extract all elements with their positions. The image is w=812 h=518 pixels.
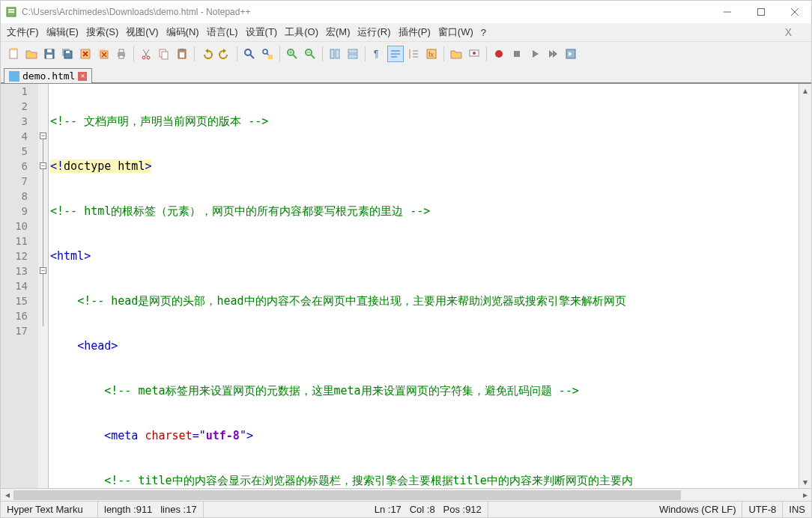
status-language: Hyper Text Marku: [1, 502, 98, 517]
cut-icon[interactable]: [138, 46, 154, 62]
toggle-indent-icon[interactable]: [405, 46, 422, 62]
sync-h-icon[interactable]: [345, 46, 361, 62]
redo-icon[interactable]: [216, 46, 233, 62]
svg-line-41: [293, 55, 297, 58]
new-file-icon[interactable]: [5, 46, 22, 62]
close-tab-icon[interactable]: ✕: [78, 72, 87, 81]
close-doc-button[interactable]: X: [779, 26, 798, 38]
fold-toggle-icon[interactable]: −: [40, 267, 46, 274]
save-icon[interactable]: [41, 46, 58, 62]
svg-rect-37: [268, 55, 273, 59]
vertical-scrollbar[interactable]: ▴ ▾: [799, 84, 811, 488]
menu-plugins[interactable]: 插件(P): [399, 25, 431, 39]
scroll-down-icon[interactable]: ▾: [799, 475, 811, 488]
file-icon: [9, 71, 19, 82]
menu-bar: 文件(F) 编辑(E) 搜索(S) 视图(V) 编码(N) 语言(L) 设置(T…: [1, 23, 811, 41]
menu-search[interactable]: 搜索(S): [86, 25, 118, 39]
fold-column: − − −: [38, 84, 49, 488]
record-icon[interactable]: [491, 46, 507, 62]
menu-run[interactable]: 运行(R): [357, 25, 390, 39]
menu-encoding[interactable]: 编码(N): [166, 25, 199, 39]
status-encoding[interactable]: UTF-8: [742, 502, 783, 517]
svg-rect-46: [336, 49, 339, 58]
svg-rect-22: [119, 49, 124, 52]
status-mode[interactable]: INS: [783, 502, 811, 517]
svg-rect-2: [8, 11, 14, 13]
svg-point-61: [495, 50, 503, 58]
scroll-right-icon[interactable]: ▸: [799, 489, 811, 502]
svg-rect-23: [119, 55, 124, 58]
copy-icon[interactable]: [156, 46, 172, 62]
toolbar: ¶ fx: [1, 41, 811, 65]
sync-v-icon[interactable]: [327, 46, 343, 62]
close-button[interactable]: [778, 1, 811, 23]
menu-window[interactable]: 窗口(W): [438, 25, 473, 39]
svg-rect-10: [46, 55, 52, 58]
svg-rect-47: [348, 49, 357, 53]
menu-view[interactable]: 视图(V): [126, 25, 158, 39]
toggle-wrap-icon[interactable]: [387, 46, 404, 62]
code-area[interactable]: <!-- 文档声明，声明当前网页的版本 --> <!doctype html> …: [49, 84, 799, 488]
folder-icon[interactable]: [448, 46, 464, 62]
close-file-icon[interactable]: [77, 46, 94, 62]
horizontal-scrollbar[interactable]: ◂ ▸: [1, 488, 811, 501]
monitor-icon[interactable]: [466, 46, 482, 62]
scroll-thumb[interactable]: [13, 490, 681, 500]
menu-settings[interactable]: 设置(T): [246, 25, 278, 39]
paste-icon[interactable]: [174, 46, 190, 62]
svg-rect-7: [10, 49, 17, 58]
minimize-button[interactable]: [710, 1, 744, 23]
zoom-out-icon[interactable]: [302, 46, 318, 62]
svg-rect-45: [330, 49, 334, 58]
svg-text:fx: fx: [428, 51, 434, 58]
menu-language[interactable]: 语言(L): [207, 25, 238, 39]
svg-rect-32: [180, 52, 184, 58]
svg-text:¶: ¶: [374, 49, 378, 59]
svg-rect-48: [348, 55, 357, 58]
menu-help[interactable]: ?: [481, 27, 486, 38]
fold-toggle-icon[interactable]: −: [40, 162, 46, 169]
find-icon[interactable]: [241, 46, 258, 62]
svg-rect-13: [66, 51, 70, 53]
status-eol[interactable]: Windows (CR LF): [653, 502, 743, 517]
undo-icon[interactable]: [199, 46, 215, 62]
menu-tools[interactable]: 工具(O): [285, 25, 318, 39]
tab-label: demo.html: [22, 70, 75, 82]
svg-point-33: [245, 49, 251, 55]
menu-file[interactable]: 文件(F): [7, 25, 39, 39]
title-bar: C:\Users\Archimedes\Downloads\demo.html …: [1, 1, 811, 23]
svg-rect-29: [162, 52, 168, 59]
tab-demo-html[interactable]: demo.html ✕: [4, 68, 92, 83]
open-file-icon[interactable]: [23, 46, 40, 62]
play-multi-icon[interactable]: [545, 46, 561, 62]
tab-bar: demo.html ✕: [1, 65, 811, 83]
editor: 1 2 3 4 5 6 7 8 9 10 11 12 13 14 15 16 1…: [1, 83, 811, 488]
print-icon[interactable]: [113, 46, 130, 62]
save-all-icon[interactable]: [59, 46, 76, 62]
stop-icon[interactable]: [509, 46, 525, 62]
user-lang-icon[interactable]: fx: [423, 46, 440, 62]
svg-rect-31: [180, 49, 184, 51]
close-all-icon[interactable]: [95, 46, 112, 62]
menu-edit[interactable]: 编辑(E): [46, 25, 79, 39]
svg-rect-9: [47, 49, 52, 52]
window-title: C:\Users\Archimedes\Downloads\demo.html …: [22, 7, 710, 17]
svg-line-44: [311, 55, 315, 58]
svg-point-60: [473, 52, 476, 55]
svg-line-34: [250, 55, 254, 58]
scroll-up-icon[interactable]: ▴: [799, 84, 811, 97]
maximize-button[interactable]: [744, 1, 778, 23]
line-number-gutter: 1 2 3 4 5 6 7 8 9 10 11 12 13 14 15 16 1…: [1, 84, 38, 488]
menu-macro[interactable]: 宏(M): [326, 25, 351, 39]
zoom-in-icon[interactable]: [284, 46, 300, 62]
replace-icon[interactable]: [259, 46, 276, 62]
toggle-ws-icon[interactable]: ¶: [369, 46, 386, 62]
save-macro-icon[interactable]: [563, 46, 579, 62]
fold-toggle-icon[interactable]: −: [40, 132, 46, 139]
scroll-left-icon[interactable]: ◂: [1, 489, 13, 502]
play-icon[interactable]: [527, 46, 543, 62]
app-icon: [5, 6, 17, 18]
status-length: length : 911 lines : 17: [98, 502, 204, 517]
svg-rect-1: [8, 9, 14, 10]
window-controls: [710, 1, 811, 23]
